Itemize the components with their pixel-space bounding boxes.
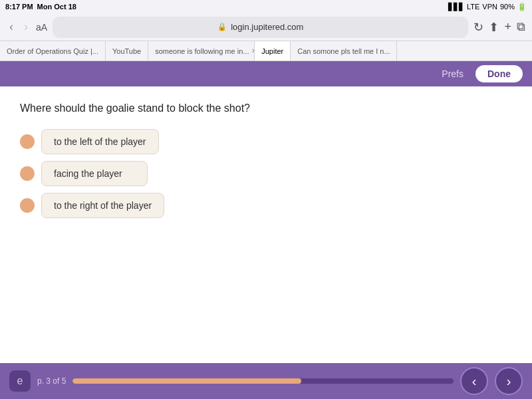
status-bar: 8:17 PM Mon Oct 18 ▋▋▋ LTE VPN 90% 🔋 xyxy=(0,0,532,13)
reader-mode-button[interactable]: aA xyxy=(36,22,47,33)
browser-nav: ‹ › aA 🔒 login.jupitered.com ↻ ⬆ + ⧉ xyxy=(0,13,532,41)
answer-label-1: to the left of the player xyxy=(41,129,159,154)
battery-label: 90% xyxy=(500,3,515,11)
bottom-app-icon[interactable]: e xyxy=(9,370,31,392)
answer-option-1[interactable]: to the left of the player xyxy=(20,129,512,154)
tab-label: Jupiter xyxy=(261,47,283,55)
progress-bar-background xyxy=(72,378,454,384)
tab-label: Order of Operations Quiz |... xyxy=(7,47,98,55)
answer-option-2[interactable]: facing the player xyxy=(20,161,512,186)
url-text: login.jupitered.com xyxy=(231,22,303,32)
tabs-button[interactable]: ⧉ xyxy=(517,20,525,34)
tab-someone-following[interactable]: someone is following me in... ✕ xyxy=(148,41,255,61)
time: 8:17 PM xyxy=(5,3,33,11)
share-button[interactable]: ⬆ xyxy=(489,20,499,35)
tab-label: someone is following me in... xyxy=(155,47,249,55)
radio-button-1[interactable] xyxy=(20,134,35,149)
prefs-button[interactable]: Prefs xyxy=(436,66,469,82)
back-button[interactable]: ‹ xyxy=(7,19,16,35)
tab-label: YouTube xyxy=(112,47,141,55)
progress-bar-fill xyxy=(72,378,301,384)
next-button[interactable]: › xyxy=(495,367,523,395)
new-tab-button[interactable]: + xyxy=(504,20,511,34)
forward-button[interactable]: › xyxy=(21,19,31,35)
progress-label: p. 3 of 5 xyxy=(37,376,66,386)
question-text: Where should the goalie stand to block t… xyxy=(20,102,512,114)
date: Mon Oct 18 xyxy=(37,3,76,11)
tab-label: Can somone pls tell me I n... xyxy=(297,47,390,55)
tab-order-of-operations[interactable]: Order of Operations Quiz |... xyxy=(0,41,106,61)
battery-icon: 🔋 xyxy=(517,3,527,11)
progress-container: p. 3 of 5 xyxy=(37,376,454,386)
tab-jupiter[interactable]: Jupiter xyxy=(255,41,291,61)
lock-icon: 🔒 xyxy=(217,23,227,31)
tabs-bar: Order of Operations Quiz |... YouTube so… xyxy=(0,41,532,61)
done-button[interactable]: Done xyxy=(475,65,523,82)
signal-icon: ▋▋▋ xyxy=(448,3,464,11)
radio-button-2[interactable] xyxy=(20,166,35,181)
tab-youtube[interactable]: YouTube xyxy=(106,41,148,61)
status-indicators: ▋▋▋ LTE VPN 90% 🔋 xyxy=(448,3,527,11)
vpn-icon: VPN xyxy=(482,3,497,11)
lte-label: LTE xyxy=(467,3,479,11)
answer-label-2: facing the player xyxy=(41,161,148,186)
answer-option-3[interactable]: to the right of the player xyxy=(20,193,512,218)
main-content: Where should the goalie stand to block t… xyxy=(0,86,532,238)
bottom-bar: e p. 3 of 5 ‹ › xyxy=(0,363,532,399)
refresh-button[interactable]: ↻ xyxy=(473,20,483,35)
radio-button-3[interactable] xyxy=(20,198,35,213)
tab-can-someone[interactable]: Can somone pls tell me I n... xyxy=(291,41,397,61)
answer-label-3: to the right of the player xyxy=(41,193,164,218)
status-time-date: 8:17 PM Mon Oct 18 xyxy=(5,3,76,11)
address-bar[interactable]: 🔒 login.jupitered.com xyxy=(53,17,468,38)
prev-button[interactable]: ‹ xyxy=(460,367,488,395)
purple-toolbar: Prefs Done xyxy=(0,61,532,86)
